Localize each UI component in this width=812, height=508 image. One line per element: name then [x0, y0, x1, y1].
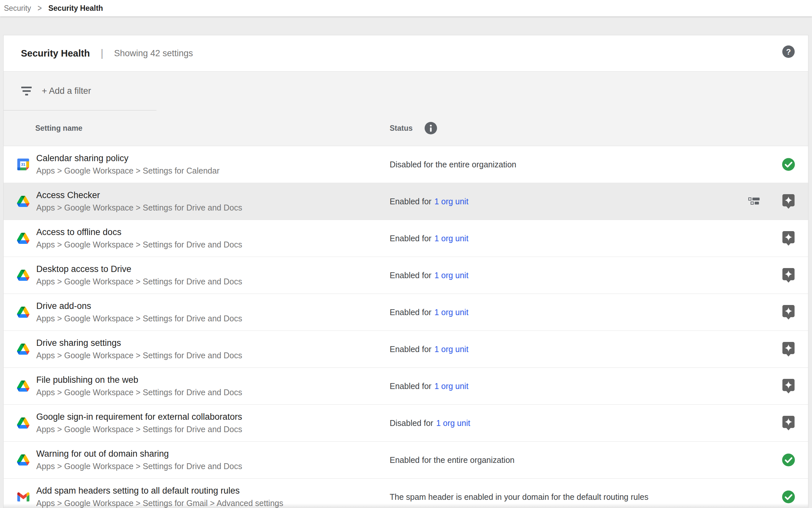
setting-text: Access to offline docs Apps > Google Wor…	[36, 226, 242, 251]
status-text: Enabled for	[390, 197, 431, 206]
drive-icon	[16, 231, 30, 246]
setting-title: Calendar sharing policy	[36, 152, 220, 165]
recommendation-badge-icon[interactable]	[782, 231, 795, 246]
recommendation-badge-icon[interactable]	[782, 194, 795, 209]
drive-icon	[16, 416, 30, 430]
setting-row[interactable]: Google sign-in requirement for external …	[4, 405, 808, 441]
setting-text: Drive sharing settings Apps > Google Wor…	[36, 337, 242, 362]
status-text: Enabled for	[390, 381, 431, 391]
recommendation-badge-icon[interactable]	[782, 416, 795, 430]
setting-row[interactable]: Desktop access to Drive Apps > Google Wo…	[4, 257, 808, 294]
org-unit-link[interactable]: 1 org unit	[434, 271, 468, 280]
setting-row[interactable]: File publishing on the web Apps > Google…	[4, 368, 808, 405]
breadcrumb-chevron-icon: >	[38, 3, 42, 14]
setting-row[interactable]: Add spam headers setting to all default …	[4, 478, 808, 508]
status-text: Enabled for	[390, 308, 431, 317]
setting-path: Apps > Google Workspace > Settings for C…	[36, 165, 220, 177]
setting-status: Enabled for1 org unit	[390, 345, 468, 354]
card-header: Security Health | Showing 42 settings ?	[4, 35, 808, 72]
setting-text: Add spam headers setting to all default …	[36, 484, 283, 508]
setting-text: Calendar sharing policy Apps > Google Wo…	[36, 152, 220, 177]
setting-text: Desktop access to Drive Apps > Google Wo…	[36, 263, 242, 288]
setting-title: File publishing on the web	[36, 374, 242, 386]
setting-text: Access Checker Apps > Google Workspace >…	[36, 189, 242, 214]
recommendation-badge-icon[interactable]	[782, 379, 795, 393]
setting-row[interactable]: Drive add-ons Apps > Google Workspace > …	[4, 294, 808, 331]
svg-text:?: ?	[786, 47, 791, 56]
title-separator: |	[101, 47, 103, 59]
filter-and-header-zone: + Add a filter Setting name Status	[4, 72, 808, 146]
setting-status: Enabled for1 org unit	[390, 381, 468, 391]
setting-path: Apps > Google Workspace > Settings for D…	[36, 386, 242, 398]
org-unit-link[interactable]: 1 org unit	[434, 345, 468, 354]
setting-path: Apps > Google Workspace > Settings for D…	[36, 239, 242, 251]
settings-count: Showing 42 settings	[114, 48, 193, 58]
setting-title: Warning for out of domain sharing	[36, 448, 242, 460]
org-unit-link[interactable]: 1 org unit	[434, 234, 468, 243]
setting-text: Google sign-in requirement for external …	[36, 411, 242, 435]
setting-path: Apps > Google Workspace > Settings for D…	[36, 276, 242, 288]
setting-row[interactable]: Drive sharing settings Apps > Google Wor…	[4, 331, 808, 368]
setting-path: Apps > Google Workspace > Settings for D…	[36, 312, 242, 325]
setting-text: File publishing on the web Apps > Google…	[36, 374, 242, 398]
status-ok-icon	[782, 454, 795, 466]
setting-title: Add spam headers setting to all default …	[36, 484, 283, 497]
setting-path: Apps > Google Workspace > Settings for D…	[36, 349, 242, 362]
setting-title: Desktop access to Drive	[36, 263, 242, 276]
org-unit-link[interactable]: 1 org unit	[434, 308, 468, 317]
drive-icon	[16, 379, 30, 393]
status-ok-icon	[782, 158, 795, 171]
breadcrumb-current: Security Health	[48, 4, 103, 13]
add-filter-button[interactable]: + Add a filter	[4, 72, 808, 111]
help-icon[interactable]: ?	[782, 45, 795, 58]
setting-row[interactable]: Access Checker Apps > Google Workspace >…	[4, 183, 808, 220]
setting-title: Drive add-ons	[36, 300, 242, 312]
security-health-card: Security Health | Showing 42 settings ? …	[3, 35, 808, 508]
status-text: Disabled for the entire organization	[390, 160, 516, 169]
setting-text: Drive add-ons Apps > Google Workspace > …	[36, 300, 242, 325]
setting-status: Enabled for the entire organization	[390, 455, 515, 465]
org-unit-link[interactable]: 1 org unit	[436, 418, 470, 428]
setting-status: Enabled for1 org unit	[390, 271, 468, 280]
add-filter-label: + Add a filter	[42, 86, 91, 96]
setting-path: Apps > Google Workspace > Settings for G…	[36, 497, 283, 508]
drive-icon	[16, 342, 30, 356]
setting-status: Enabled for1 org unit	[390, 197, 468, 206]
drive-icon	[16, 305, 30, 320]
drive-icon	[16, 268, 30, 283]
status-text: Enabled for	[390, 271, 431, 280]
status-text: Enabled for the entire organization	[390, 455, 515, 465]
setting-title: Access Checker	[36, 189, 242, 202]
setting-path: Apps > Google Workspace > Settings for D…	[36, 202, 242, 214]
setting-row[interactable]: Warning for out of domain sharing Apps >…	[4, 441, 808, 478]
status-info-icon[interactable]	[425, 122, 437, 134]
status-text: The spam header is enabled in your domai…	[390, 492, 649, 502]
table-header: Setting name Status	[4, 111, 808, 146]
setting-title: Access to offline docs	[36, 226, 242, 239]
org-unit-link[interactable]: 1 org unit	[434, 197, 468, 206]
rules-icon[interactable]	[748, 198, 760, 205]
filter-icon	[21, 87, 32, 95]
settings-list: 31 Calendar sharing policy Apps > Google…	[4, 146, 808, 508]
status-text: Disabled for	[390, 418, 433, 428]
recommendation-badge-icon[interactable]	[782, 305, 795, 320]
setting-row[interactable]: Access to offline docs Apps > Google Wor…	[4, 220, 808, 257]
recommendation-badge-icon[interactable]	[782, 342, 795, 357]
gmail-icon	[16, 490, 30, 504]
org-unit-link[interactable]: 1 org unit	[434, 381, 468, 391]
breadcrumb: Security > Security Health	[0, 0, 812, 16]
setting-title: Drive sharing settings	[36, 337, 242, 349]
breadcrumb-security-link[interactable]: Security	[4, 4, 31, 13]
setting-status: Enabled for1 org unit	[390, 308, 468, 317]
setting-status: The spam header is enabled in your domai…	[390, 492, 649, 502]
status-text: Enabled for	[390, 234, 431, 243]
setting-row[interactable]: 31 Calendar sharing policy Apps > Google…	[4, 146, 808, 183]
setting-path: Apps > Google Workspace > Settings for D…	[36, 423, 242, 435]
column-status: Status	[390, 124, 413, 133]
svg-text:31: 31	[21, 163, 26, 166]
recommendation-badge-icon[interactable]	[782, 268, 795, 283]
setting-status: Disabled for1 org unit	[390, 418, 470, 428]
column-setting-name: Setting name	[35, 124, 82, 133]
setting-text: Warning for out of domain sharing Apps >…	[36, 448, 242, 472]
status-text: Enabled for	[390, 345, 431, 354]
